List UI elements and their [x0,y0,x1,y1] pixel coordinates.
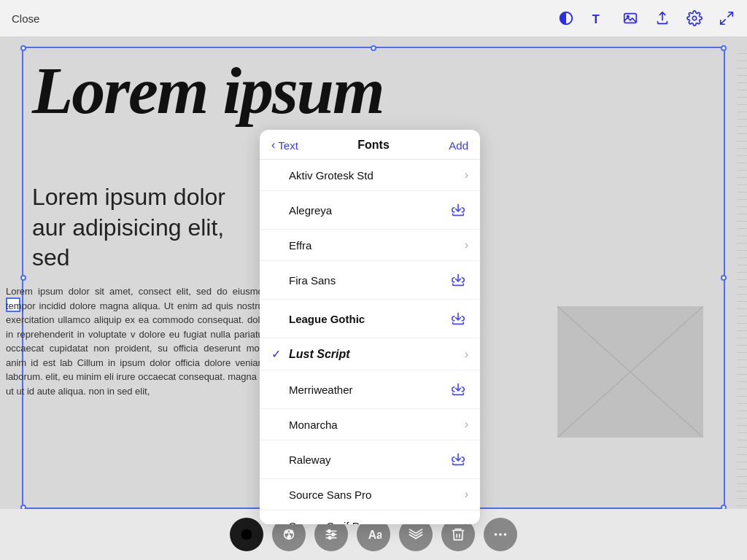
handle-middle-right[interactable] [721,275,727,281]
svg-rect-1 [624,14,637,23]
header-right: T [557,9,735,27]
svg-line-5 [557,306,703,438]
svg-point-22 [499,533,502,536]
font-name-effra: Effra [289,239,465,252]
ruler [737,47,747,509]
text-format-icon[interactable]: T [589,9,607,27]
font-name-merriweather: Merriweather [289,384,448,396]
font-name-aktiv: Aktiv Grotesk Std [289,169,465,182]
chevron-icon-source-serif: › [465,519,468,524]
svg-line-6 [557,306,703,438]
header-left: Close [12,12,39,25]
svg-point-3 [692,16,697,20]
font-name-league: League Gothic [289,313,448,325]
svg-point-9 [285,531,288,534]
placeholder-image [557,306,703,438]
header: Close T [0,0,747,36]
canvas-body-text: Lorem ipsum dolor sit amet, consect elit… [6,284,268,398]
back-chevron-icon: ‹ [271,139,275,152]
chevron-icon-source-sans: › [465,488,468,501]
handle-middle-left[interactable] [20,275,26,281]
svg-point-7 [241,529,252,540]
svg-point-21 [495,533,498,536]
chevron-icon-monarcha: › [465,418,468,431]
settings-icon[interactable] [686,9,703,27]
canvas-heading: Lorem ipsum [32,57,638,124]
font-item-fira[interactable]: Fira Sans [260,261,480,300]
close-button[interactable]: Close [12,12,39,25]
back-button[interactable]: ‹ Text [271,139,298,152]
svg-point-17 [328,537,331,540]
download-icon-fira[interactable] [448,270,468,290]
svg-rect-4 [557,306,703,438]
font-item-source-serif[interactable]: Source Serif Pro › [260,510,480,524]
add-button[interactable]: Add [449,139,468,152]
expand-icon[interactable] [718,9,735,27]
font-item-source-sans[interactable]: Source Sans Pro › [260,479,480,510]
svg-text:T: T [592,12,600,26]
font-item-raleway[interactable]: Raleway [260,440,480,479]
svg-text:Aa: Aa [368,529,382,541]
font-name-source-sans: Source Sans Pro [289,489,465,501]
download-icon-alegreya[interactable] [448,200,468,220]
font-name-monarcha: Monarcha [289,419,465,431]
font-list: Aktiv Grotesk Std › Alegreya Effra › [260,160,480,524]
font-check-lust: ✓ [271,347,286,361]
svg-point-23 [504,533,507,536]
download-icon-league[interactable] [448,308,468,329]
download-icon-raleway[interactable] [448,449,468,470]
svg-point-11 [287,536,290,539]
share-icon[interactable] [654,9,671,27]
more-button[interactable] [484,518,517,551]
theme-icon[interactable] [557,9,575,27]
chevron-icon-aktiv: › [465,168,468,182]
font-item-aktiv[interactable]: Aktiv Grotesk Std › [260,160,480,191]
chevron-icon-lust: › [465,348,468,361]
svg-point-2 [627,15,629,18]
download-icon-merriweather[interactable] [448,379,468,400]
panel-title: Fonts [298,139,449,152]
chevron-icon-effra: › [465,238,468,252]
font-name-alegreya: Alegreya [289,204,448,217]
font-item-alegreya[interactable]: Alegreya [260,191,480,230]
font-item-merriweather[interactable]: Merriweather [260,370,480,409]
font-item-effra[interactable]: Effra › [260,230,480,261]
handle-top-right[interactable] [721,45,727,51]
back-label: Text [278,139,298,152]
font-item-monarcha[interactable]: Monarcha › [260,409,480,440]
svg-point-10 [290,531,293,534]
svg-point-16 [332,533,335,536]
font-name-fira: Fira Sans [289,274,448,287]
handle-top-left[interactable] [20,45,26,51]
font-panel-header: ‹ Text Fonts Add [260,130,480,160]
font-item-lust[interactable]: ✓ Lust Script › [260,338,480,370]
font-panel: ‹ Text Fonts Add Aktiv Grotesk Std › Ale… [260,130,480,524]
font-name-raleway: Raleway [289,454,448,466]
font-item-league[interactable]: League Gothic [260,300,480,338]
image-icon[interactable] [622,9,639,27]
color-picker-button[interactable] [230,518,263,551]
svg-point-15 [328,530,330,533]
canvas-subheading: Lorem ipsum doloraur adipisicing elit, s… [32,182,266,273]
font-name-lust: Lust Script [289,348,465,361]
handle-top-center[interactable] [371,45,376,51]
font-name-source-serif: Source Serif Pro [289,520,465,525]
